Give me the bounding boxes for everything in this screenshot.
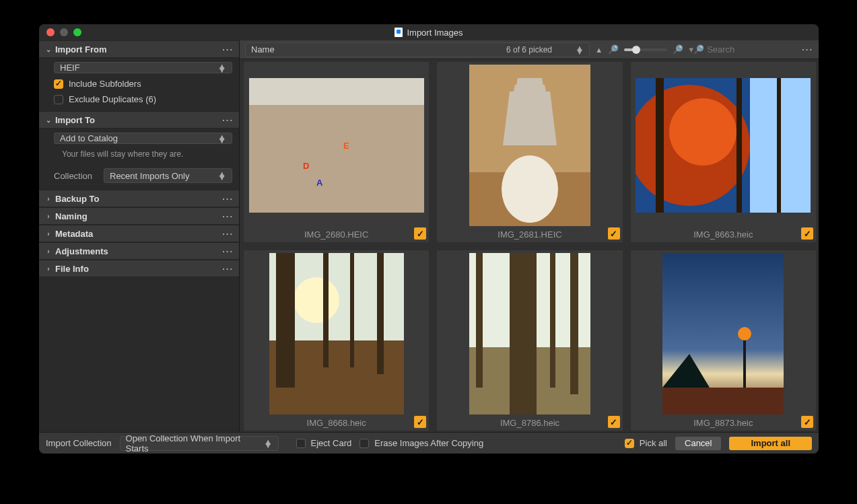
- toolbar-ellipsis-icon[interactable]: ···: [802, 44, 813, 55]
- eject-card-label: Eject Card: [311, 438, 352, 448]
- chevron-right-icon: ›: [44, 248, 53, 255]
- section-import-to[interactable]: ⌄ Import To ···: [39, 111, 239, 129]
- thumbnail-filename: IMG_8668.heic: [307, 418, 366, 428]
- zoom-out-icon[interactable]: 🔍: [608, 44, 619, 55]
- main-area: Name ▲▼ ▲ 6 of 6 picked 🔍 🔍 🔍▾ ···: [240, 40, 819, 432]
- svg-marker-10: [515, 78, 545, 94]
- ellipsis-icon[interactable]: ···: [222, 229, 234, 239]
- ellipsis-icon[interactable]: ···: [222, 44, 234, 55]
- thumbnail-grid-scroll[interactable]: D A E IMG_2680.HEIC ✓: [240, 59, 819, 432]
- thumbnail-image: D A E: [249, 78, 424, 213]
- section-naming[interactable]: › Naming ···: [39, 207, 239, 225]
- import-all-button[interactable]: Import all: [729, 437, 812, 450]
- ellipsis-icon[interactable]: ···: [222, 194, 234, 204]
- import-window: Import Images ⌄ Import From ··· HEIF ▲▼ …: [39, 24, 819, 454]
- thumbnail-item[interactable]: IMG_8668.heic ✓: [244, 250, 429, 431]
- svg-rect-23: [350, 253, 354, 367]
- pick-all-checkbox[interactable]: [625, 439, 634, 448]
- collection-select[interactable]: Recent Imports Only ▲▼: [104, 168, 232, 183]
- svg-point-20: [294, 277, 339, 323]
- exclude-duplicates-checkbox[interactable]: [54, 95, 63, 104]
- chevron-right-icon: ›: [44, 230, 53, 238]
- import-all-label: Import all: [751, 438, 790, 448]
- svg-rect-27: [510, 253, 537, 415]
- thumbnail-item[interactable]: IMG_8786.heic ✓: [437, 250, 622, 431]
- document-icon: [395, 28, 403, 37]
- svg-rect-22: [323, 253, 329, 367]
- svg-rect-1: [249, 78, 424, 105]
- erase-after-checkbox[interactable]: [359, 439, 369, 448]
- zoom-in-icon[interactable]: 🔍: [673, 44, 683, 55]
- section-title: Metadata: [55, 229, 93, 239]
- updown-icon: ▲▼: [217, 65, 226, 71]
- ellipsis-icon[interactable]: ···: [222, 264, 234, 274]
- picked-count: 6 of 6 picked: [506, 45, 552, 55]
- svg-rect-24: [377, 253, 384, 374]
- sort-asc-icon[interactable]: ▲: [595, 46, 603, 54]
- svg-rect-35: [662, 388, 784, 415]
- ellipsis-icon[interactable]: ···: [222, 246, 234, 256]
- import-collection-select[interactable]: Open Collection When Import Starts ▲▼: [120, 436, 279, 451]
- pick-toggle[interactable]: ✓: [414, 227, 426, 240]
- search-input[interactable]: [707, 44, 781, 55]
- chevron-right-icon: ›: [44, 195, 53, 203]
- thumbnail-image: [469, 65, 590, 226]
- section-title: Backup To: [55, 194, 100, 204]
- thumbnail-image: [662, 253, 784, 415]
- source-value: HEIF: [60, 63, 80, 73]
- import-collection-label: Import Collection: [46, 438, 112, 448]
- updown-icon: ▲▼: [264, 440, 273, 447]
- thumbnail-item[interactable]: IMG_2681.HEIC ✓: [437, 62, 622, 242]
- svg-rect-15: [656, 78, 664, 213]
- section-backup-to[interactable]: › Backup To ···: [39, 190, 239, 207]
- thumbnail-filename: IMG_8786.heic: [500, 418, 559, 428]
- chevron-down-icon: ⌄: [44, 46, 53, 53]
- pick-toggle[interactable]: ✓: [414, 416, 426, 428]
- pick-toggle[interactable]: ✓: [801, 416, 813, 428]
- ellipsis-icon[interactable]: ···: [222, 211, 234, 221]
- thumbnail-item[interactable]: IMG_8663.heic ✓: [631, 62, 816, 242]
- updown-icon: ▲▼: [217, 172, 226, 179]
- erase-after-label: Erase Images After Copying: [374, 438, 483, 448]
- import-to-select[interactable]: Add to Catalog ▲▼: [54, 133, 232, 144]
- include-subfolders-label: Include Subfolders: [69, 79, 141, 89]
- pick-toggle[interactable]: ✓: [608, 227, 620, 240]
- cancel-button[interactable]: Cancel: [675, 437, 721, 450]
- titlebar: Import Images: [39, 24, 819, 40]
- thumbnail-item[interactable]: IMG_8873.heic ✓: [631, 250, 816, 431]
- section-title: File Info: [55, 264, 89, 274]
- ellipsis-icon[interactable]: ···: [222, 115, 234, 125]
- pick-toggle[interactable]: ✓: [801, 227, 813, 240]
- import-to-value: Add to Catalog: [60, 133, 118, 143]
- section-title: Import From: [55, 44, 107, 55]
- eject-card-checkbox[interactable]: [296, 439, 306, 448]
- thumbnail-image: [269, 253, 404, 415]
- thumbnail-image: [636, 78, 811, 213]
- chevron-right-icon: ›: [44, 265, 53, 273]
- section-import-from[interactable]: ⌄ Import From ···: [39, 40, 239, 58]
- section-metadata[interactable]: › Metadata ···: [39, 225, 239, 242]
- svg-rect-29: [550, 253, 555, 388]
- source-select[interactable]: HEIF ▲▼: [54, 62, 232, 73]
- thumbnail-filename: IMG_2680.HEIC: [304, 229, 368, 240]
- svg-point-14: [669, 98, 736, 166]
- svg-rect-28: [476, 253, 483, 388]
- section-adjustments[interactable]: › Adjustments ···: [39, 242, 239, 260]
- window-title: Import Images: [407, 28, 462, 38]
- search-icon: 🔍▾: [689, 44, 704, 55]
- pick-all-label: Pick all: [640, 438, 667, 448]
- import-to-note: Your files will stay where they are.: [54, 149, 232, 159]
- collection-label: Collection: [54, 171, 98, 181]
- thumbnail-filename: IMG_8873.heic: [693, 418, 753, 428]
- thumbnail-zoom-slider[interactable]: [624, 48, 667, 51]
- exclude-duplicates-label: Exclude Duplicates (6): [69, 94, 156, 104]
- thumbnail-item[interactable]: D A E IMG_2680.HEIC ✓: [244, 62, 429, 242]
- svg-text:D: D: [303, 161, 309, 171]
- sidebar: ⌄ Import From ··· HEIF ▲▼ Include Subfol…: [39, 40, 240, 432]
- toolbar: Name ▲▼ ▲ 6 of 6 picked 🔍 🔍 🔍▾ ···: [240, 40, 819, 59]
- section-file-info[interactable]: › File Info ···: [39, 260, 239, 277]
- svg-rect-30: [570, 253, 578, 394]
- chevron-down-icon: ⌄: [44, 116, 53, 124]
- include-subfolders-checkbox[interactable]: [54, 79, 63, 89]
- pick-toggle[interactable]: ✓: [608, 416, 620, 428]
